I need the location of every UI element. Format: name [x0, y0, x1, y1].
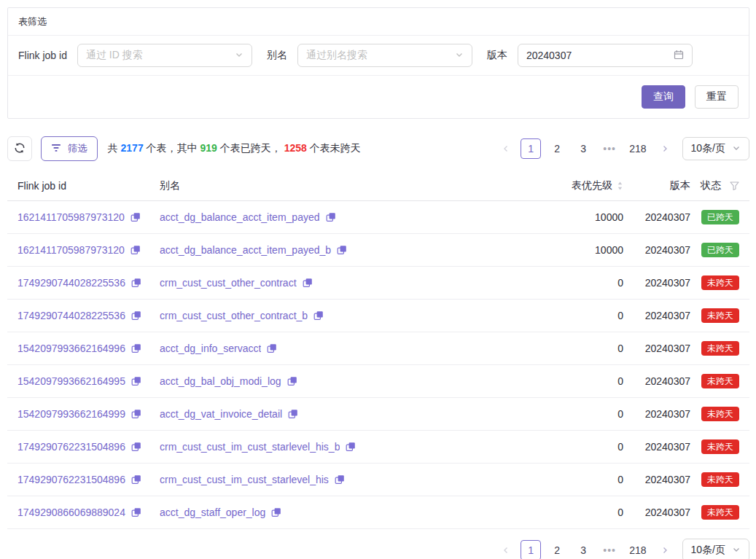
status-badge: 未跨天: [701, 374, 739, 388]
calendar-icon: [674, 50, 684, 62]
version-label: 版本: [487, 49, 507, 62]
copy-icon[interactable]: [131, 474, 141, 485]
pagination-page-2[interactable]: 2: [547, 540, 567, 559]
summary-segment: 个表未跨天: [307, 142, 361, 154]
pagination-page-1[interactable]: 1: [521, 138, 541, 159]
alias-link[interactable]: crm_cust_cust_im_cust_starlevel_his_b: [160, 441, 340, 453]
job-id-link[interactable]: 1749290762231504896: [17, 441, 125, 453]
alias-link[interactable]: acct_dg_bal_obj_modi_log: [160, 375, 281, 387]
alias-select[interactable]: 通过别名搜索: [297, 44, 472, 67]
table-row: 1542097993662164999 acct_dg_vat_invoice_…: [7, 398, 749, 431]
alias-link[interactable]: acct_dg_balance_acct_item_payed: [160, 211, 320, 223]
sort-carets-icon[interactable]: [617, 181, 623, 191]
status-badge: 已跨天: [701, 210, 739, 224]
version-value: 20240307: [623, 441, 690, 453]
alias-link[interactable]: acct_dg_vat_invoice_detail: [160, 408, 282, 420]
pagination-pages: 123•••218: [521, 540, 650, 559]
header-priority[interactable]: 表优先级: [517, 179, 623, 192]
status-badge: 未跨天: [701, 308, 739, 323]
pagination-page-1[interactable]: 1: [521, 540, 541, 559]
pagination-page-3[interactable]: 3: [573, 138, 593, 159]
alias-link[interactable]: acct_dg_staff_oper_log: [160, 507, 265, 518]
copy-icon[interactable]: [131, 376, 141, 386]
filter-card: 表筛选 Flink job id 通过 ID 搜索 别名 通过别名搜索 版本 2…: [7, 7, 749, 119]
copy-icon[interactable]: [326, 212, 336, 222]
flink-job-id-placeholder: 通过 ID 搜索: [86, 49, 143, 62]
filter-fields-row: Flink job id 通过 ID 搜索 别名 通过别名搜索 版本 20240…: [8, 36, 749, 76]
priority-value: 0: [517, 408, 623, 420]
pagination-page-218[interactable]: 218: [626, 138, 650, 159]
pagination: 123•••218 10条/页: [497, 539, 749, 559]
version-value: 20240307: [623, 211, 690, 223]
job-id-link[interactable]: 1749290744028225536: [17, 277, 125, 289]
pagination-page-3[interactable]: 3: [573, 540, 593, 559]
copy-icon[interactable]: [131, 442, 141, 452]
header-version: 版本: [623, 179, 690, 192]
header-priority-label: 表优先级: [572, 179, 612, 192]
version-value: 20240307: [623, 310, 690, 321]
flink-job-id-select[interactable]: 通过 ID 搜索: [77, 44, 252, 67]
alias-link[interactable]: crm_cust_cust_im_cust_starlevel_his: [160, 474, 329, 485]
copy-icon[interactable]: [130, 212, 141, 222]
version-value: 20240307: [623, 277, 690, 289]
copy-icon[interactable]: [271, 507, 281, 517]
copy-icon[interactable]: [131, 343, 141, 353]
status-badge: 未跨天: [701, 472, 739, 487]
alias-link[interactable]: acct_dg_balance_acct_item_payed_b: [160, 244, 331, 256]
copy-icon[interactable]: [313, 310, 324, 321]
pagination-next-icon[interactable]: [656, 138, 674, 159]
summary-segment: 共: [108, 142, 121, 154]
page-size-select[interactable]: 10条/页: [682, 539, 749, 559]
job-id-link[interactable]: 1621411705987973120: [17, 211, 125, 223]
summary-segment: 个表已跨天，: [217, 142, 284, 154]
reset-button[interactable]: 重置: [695, 85, 739, 109]
filter-toggle-button[interactable]: 筛选: [41, 136, 98, 161]
copy-icon[interactable]: [287, 376, 297, 386]
copy-icon[interactable]: [130, 245, 141, 255]
summary-segment: 919: [200, 142, 217, 154]
alias-link[interactable]: crm_cust_cust_other_contract_b: [160, 310, 308, 321]
pagination-prev-icon[interactable]: [497, 138, 515, 159]
column-filter-funnel-icon[interactable]: [730, 181, 739, 190]
alias-link[interactable]: crm_cust_cust_other_contract: [160, 277, 297, 289]
pagination-prev-icon[interactable]: [497, 540, 515, 559]
copy-icon[interactable]: [267, 343, 277, 353]
copy-icon[interactable]: [131, 310, 141, 321]
copy-icon[interactable]: [131, 507, 141, 517]
job-id-link[interactable]: 1749290744028225536: [17, 310, 125, 321]
copy-icon[interactable]: [337, 245, 347, 255]
version-date-input[interactable]: 20240307: [518, 44, 693, 67]
priority-value: 0: [517, 375, 623, 387]
table-row: 1749290762231504896 crm_cust_cust_im_cus…: [7, 431, 749, 464]
job-id-link[interactable]: 1749290762231504896: [17, 474, 125, 485]
pagination-page-218[interactable]: 218: [626, 540, 650, 559]
copy-icon[interactable]: [303, 278, 313, 288]
copy-icon[interactable]: [131, 278, 141, 288]
page-size-select[interactable]: 10条/页: [682, 137, 749, 160]
copy-icon[interactable]: [288, 409, 298, 419]
query-button[interactable]: 查询: [642, 85, 685, 109]
job-id-link[interactable]: 1542097993662164999: [17, 408, 125, 420]
alias-link[interactable]: acct_dg_info_servacct: [160, 343, 261, 354]
status-badge: 未跨天: [701, 275, 739, 290]
header-status-label: 状态: [701, 179, 721, 192]
version-value: 20240307: [623, 507, 690, 518]
job-id-link[interactable]: 1621411705987973120: [17, 244, 125, 256]
job-id-link[interactable]: 1749290866069889024: [17, 507, 125, 518]
filter-card-title: 表筛选: [8, 8, 749, 36]
pagination-next-icon[interactable]: [656, 540, 674, 559]
priority-value: 10000: [517, 211, 623, 223]
job-id-link[interactable]: 1542097993662164995: [17, 375, 125, 387]
pagination-ellipsis[interactable]: •••: [599, 540, 620, 559]
results-table: Flink job id 别名 表优先级 版本 状态 1621411705987…: [7, 171, 749, 529]
header-status: 状态: [690, 179, 739, 192]
copy-icon[interactable]: [335, 474, 345, 485]
pagination-ellipsis[interactable]: •••: [599, 138, 620, 159]
pagination-page-2[interactable]: 2: [547, 138, 567, 159]
copy-icon[interactable]: [131, 409, 141, 419]
copy-icon[interactable]: [346, 442, 356, 452]
refresh-button[interactable]: [7, 136, 32, 161]
job-id-link[interactable]: 1542097993662164996: [17, 343, 125, 354]
refresh-sync-icon: [14, 142, 26, 156]
chevron-down-icon: [455, 50, 464, 61]
